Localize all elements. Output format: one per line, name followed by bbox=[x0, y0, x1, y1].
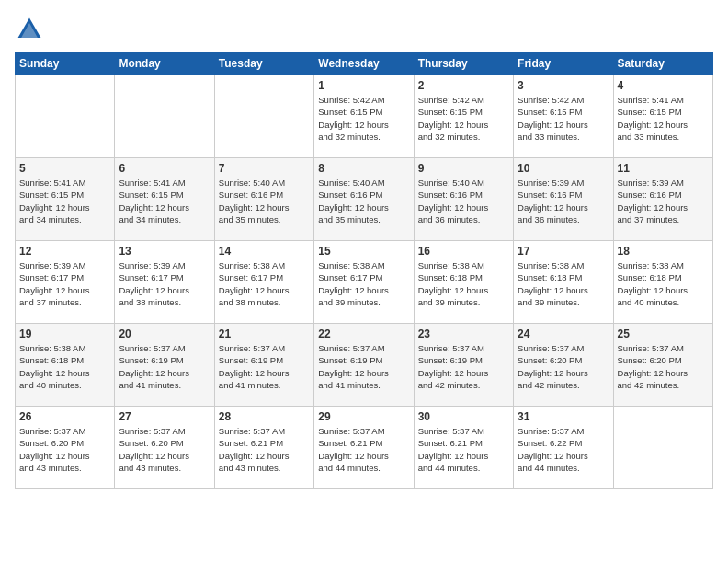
calendar-cell: 22Sunrise: 5:37 AM Sunset: 6:19 PM Dayli… bbox=[314, 324, 414, 407]
calendar-cell: 2Sunrise: 5:42 AM Sunset: 6:15 PM Daylig… bbox=[414, 75, 513, 158]
day-number: 24 bbox=[518, 327, 609, 340]
calendar-cell bbox=[16, 75, 115, 158]
calendar-cell: 9Sunrise: 5:40 AM Sunset: 6:16 PM Daylig… bbox=[414, 158, 513, 241]
day-info: Sunrise: 5:37 AM Sunset: 6:20 PM Dayligh… bbox=[518, 342, 609, 391]
day-number: 9 bbox=[418, 162, 509, 175]
calendar-cell: 27Sunrise: 5:37 AM Sunset: 6:20 PM Dayli… bbox=[115, 407, 214, 489]
logo bbox=[15, 15, 48, 44]
header-cell-saturday: Saturday bbox=[613, 52, 712, 75]
calendar-cell: 13Sunrise: 5:39 AM Sunset: 6:17 PM Dayli… bbox=[115, 241, 214, 324]
day-number: 31 bbox=[518, 410, 609, 423]
day-number: 10 bbox=[518, 162, 609, 175]
day-number: 4 bbox=[618, 79, 709, 92]
calendar-cell: 16Sunrise: 5:38 AM Sunset: 6:18 PM Dayli… bbox=[414, 241, 513, 324]
calendar: SundayMondayTuesdayWednesdayThursdayFrid… bbox=[15, 52, 713, 489]
calendar-cell bbox=[613, 407, 712, 489]
day-info: Sunrise: 5:37 AM Sunset: 6:20 PM Dayligh… bbox=[19, 425, 110, 474]
calendar-cell: 1Sunrise: 5:42 AM Sunset: 6:15 PM Daylig… bbox=[314, 75, 414, 158]
day-info: Sunrise: 5:41 AM Sunset: 6:15 PM Dayligh… bbox=[119, 177, 210, 225]
calendar-body: 1Sunrise: 5:42 AM Sunset: 6:15 PM Daylig… bbox=[16, 75, 713, 489]
day-info: Sunrise: 5:37 AM Sunset: 6:19 PM Dayligh… bbox=[318, 342, 409, 391]
day-info: Sunrise: 5:39 AM Sunset: 6:16 PM Dayligh… bbox=[518, 177, 609, 225]
day-number: 3 bbox=[518, 79, 609, 92]
day-info: Sunrise: 5:37 AM Sunset: 6:20 PM Dayligh… bbox=[618, 342, 709, 391]
day-info: Sunrise: 5:42 AM Sunset: 6:15 PM Dayligh… bbox=[518, 94, 609, 143]
day-info: Sunrise: 5:37 AM Sunset: 6:22 PM Dayligh… bbox=[518, 425, 609, 474]
calendar-cell bbox=[115, 75, 214, 158]
day-number: 17 bbox=[518, 245, 609, 258]
day-info: Sunrise: 5:39 AM Sunset: 6:16 PM Dayligh… bbox=[618, 177, 709, 225]
day-info: Sunrise: 5:38 AM Sunset: 6:18 PM Dayligh… bbox=[19, 342, 110, 391]
day-info: Sunrise: 5:37 AM Sunset: 6:19 PM Dayligh… bbox=[119, 342, 210, 391]
calendar-cell: 14Sunrise: 5:38 AM Sunset: 6:17 PM Dayli… bbox=[214, 241, 313, 324]
calendar-cell: 30Sunrise: 5:37 AM Sunset: 6:21 PM Dayli… bbox=[414, 407, 513, 489]
header-cell-monday: Monday bbox=[115, 52, 214, 75]
day-number: 20 bbox=[119, 327, 210, 340]
day-number: 26 bbox=[19, 410, 110, 423]
day-number: 18 bbox=[618, 245, 709, 258]
calendar-cell: 12Sunrise: 5:39 AM Sunset: 6:17 PM Dayli… bbox=[16, 241, 115, 324]
calendar-cell: 8Sunrise: 5:40 AM Sunset: 6:16 PM Daylig… bbox=[314, 158, 414, 241]
calendar-cell: 7Sunrise: 5:40 AM Sunset: 6:16 PM Daylig… bbox=[214, 158, 313, 241]
calendar-cell: 25Sunrise: 5:37 AM Sunset: 6:20 PM Dayli… bbox=[613, 324, 712, 407]
day-info: Sunrise: 5:40 AM Sunset: 6:16 PM Dayligh… bbox=[219, 177, 310, 225]
day-number: 22 bbox=[318, 327, 409, 340]
calendar-cell: 21Sunrise: 5:37 AM Sunset: 6:19 PM Dayli… bbox=[214, 324, 313, 407]
calendar-cell: 3Sunrise: 5:42 AM Sunset: 6:15 PM Daylig… bbox=[514, 75, 613, 158]
calendar-cell: 11Sunrise: 5:39 AM Sunset: 6:16 PM Dayli… bbox=[613, 158, 712, 241]
day-info: Sunrise: 5:37 AM Sunset: 6:20 PM Dayligh… bbox=[119, 425, 210, 474]
calendar-cell: 17Sunrise: 5:38 AM Sunset: 6:18 PM Dayli… bbox=[514, 241, 613, 324]
calendar-week-0: 1Sunrise: 5:42 AM Sunset: 6:15 PM Daylig… bbox=[16, 75, 713, 158]
day-info: Sunrise: 5:39 AM Sunset: 6:17 PM Dayligh… bbox=[119, 259, 210, 308]
day-info: Sunrise: 5:38 AM Sunset: 6:18 PM Dayligh… bbox=[518, 259, 609, 308]
day-number: 14 bbox=[219, 245, 310, 258]
day-number: 15 bbox=[318, 245, 409, 258]
day-number: 16 bbox=[418, 245, 509, 258]
day-number: 5 bbox=[19, 162, 110, 175]
calendar-cell: 18Sunrise: 5:38 AM Sunset: 6:18 PM Dayli… bbox=[613, 241, 712, 324]
calendar-cell: 20Sunrise: 5:37 AM Sunset: 6:19 PM Dayli… bbox=[115, 324, 214, 407]
day-number: 2 bbox=[418, 79, 509, 92]
day-number: 28 bbox=[219, 410, 310, 423]
day-info: Sunrise: 5:40 AM Sunset: 6:16 PM Dayligh… bbox=[318, 177, 409, 225]
day-info: Sunrise: 5:38 AM Sunset: 6:18 PM Dayligh… bbox=[618, 259, 709, 308]
day-info: Sunrise: 5:42 AM Sunset: 6:15 PM Dayligh… bbox=[418, 94, 509, 143]
day-info: Sunrise: 5:38 AM Sunset: 6:18 PM Dayligh… bbox=[418, 259, 509, 308]
day-info: Sunrise: 5:40 AM Sunset: 6:16 PM Dayligh… bbox=[418, 177, 509, 225]
day-number: 23 bbox=[418, 327, 509, 340]
header-cell-tuesday: Tuesday bbox=[214, 52, 313, 75]
day-info: Sunrise: 5:37 AM Sunset: 6:19 PM Dayligh… bbox=[418, 342, 509, 391]
header-cell-thursday: Thursday bbox=[414, 52, 513, 75]
day-info: Sunrise: 5:41 AM Sunset: 6:15 PM Dayligh… bbox=[19, 177, 110, 225]
calendar-week-4: 26Sunrise: 5:37 AM Sunset: 6:20 PM Dayli… bbox=[16, 407, 713, 489]
calendar-cell: 10Sunrise: 5:39 AM Sunset: 6:16 PM Dayli… bbox=[514, 158, 613, 241]
day-number: 30 bbox=[418, 410, 509, 423]
day-number: 21 bbox=[219, 327, 310, 340]
day-number: 7 bbox=[219, 162, 310, 175]
day-info: Sunrise: 5:39 AM Sunset: 6:17 PM Dayligh… bbox=[19, 259, 110, 308]
day-info: Sunrise: 5:37 AM Sunset: 6:21 PM Dayligh… bbox=[418, 425, 509, 474]
calendar-week-1: 5Sunrise: 5:41 AM Sunset: 6:15 PM Daylig… bbox=[16, 158, 713, 241]
calendar-cell: 24Sunrise: 5:37 AM Sunset: 6:20 PM Dayli… bbox=[514, 324, 613, 407]
calendar-week-3: 19Sunrise: 5:38 AM Sunset: 6:18 PM Dayli… bbox=[16, 324, 713, 407]
header-cell-wednesday: Wednesday bbox=[314, 52, 414, 75]
day-number: 19 bbox=[19, 327, 110, 340]
day-info: Sunrise: 5:42 AM Sunset: 6:15 PM Dayligh… bbox=[318, 94, 409, 143]
header-row: SundayMondayTuesdayWednesdayThursdayFrid… bbox=[16, 52, 713, 75]
page-header bbox=[15, 15, 713, 44]
day-info: Sunrise: 5:41 AM Sunset: 6:15 PM Dayligh… bbox=[618, 94, 709, 143]
calendar-header: SundayMondayTuesdayWednesdayThursdayFrid… bbox=[16, 52, 713, 75]
header-cell-sunday: Sunday bbox=[16, 52, 115, 75]
day-number: 12 bbox=[19, 245, 110, 258]
calendar-cell: 4Sunrise: 5:41 AM Sunset: 6:15 PM Daylig… bbox=[613, 75, 712, 158]
calendar-cell: 31Sunrise: 5:37 AM Sunset: 6:22 PM Dayli… bbox=[514, 407, 613, 489]
day-info: Sunrise: 5:38 AM Sunset: 6:17 PM Dayligh… bbox=[318, 259, 409, 308]
calendar-cell: 23Sunrise: 5:37 AM Sunset: 6:19 PM Dayli… bbox=[414, 324, 513, 407]
day-number: 29 bbox=[318, 410, 409, 423]
calendar-cell: 6Sunrise: 5:41 AM Sunset: 6:15 PM Daylig… bbox=[115, 158, 214, 241]
header-cell-friday: Friday bbox=[514, 52, 613, 75]
calendar-cell bbox=[214, 75, 313, 158]
logo-icon bbox=[15, 15, 44, 44]
day-info: Sunrise: 5:37 AM Sunset: 6:19 PM Dayligh… bbox=[219, 342, 310, 391]
day-number: 6 bbox=[119, 162, 210, 175]
